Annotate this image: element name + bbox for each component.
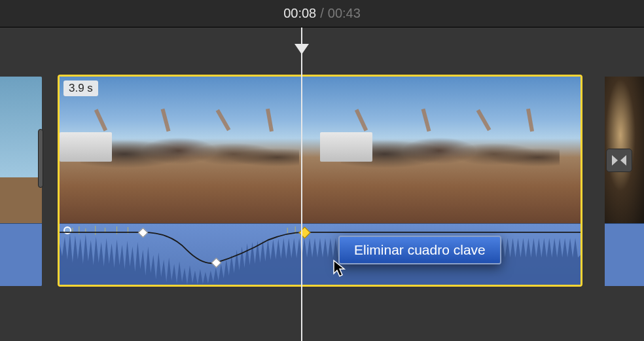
selected-clip[interactable]: 3.9 s (58, 75, 582, 287)
transition-icon (611, 154, 628, 167)
context-menu-item-delete-keyframe[interactable]: Eliminar cuadro clave (340, 237, 500, 263)
previous-clip[interactable] (0, 77, 42, 286)
timecode-separator: / (320, 6, 324, 21)
cursor-pointer-icon (332, 259, 348, 278)
clip-duration-badge: 3.9 s (63, 81, 98, 96)
playhead-handle-icon[interactable] (295, 44, 309, 54)
clip-thumbnail (320, 77, 581, 223)
scroll-handle[interactable] (38, 129, 43, 188)
next-clip[interactable] (605, 77, 644, 286)
playhead[interactable] (301, 27, 302, 341)
timecode-total: 00:43 (328, 6, 361, 21)
clip-thumbnails (60, 77, 581, 223)
timeline[interactable]: 3.9 s (0, 27, 644, 341)
previous-clip-audio[interactable] (0, 223, 42, 286)
audio-track[interactable] (60, 223, 581, 286)
audio-waveform (60, 224, 581, 286)
clip-thumbnail (60, 77, 320, 223)
timecode-bar: 00:08 / 00:43 (0, 0, 644, 27)
transition-button[interactable] (606, 149, 632, 172)
context-menu: Eliminar cuadro clave (338, 236, 501, 264)
next-clip-audio[interactable] (605, 223, 644, 286)
timecode-current: 00:08 (283, 6, 316, 21)
